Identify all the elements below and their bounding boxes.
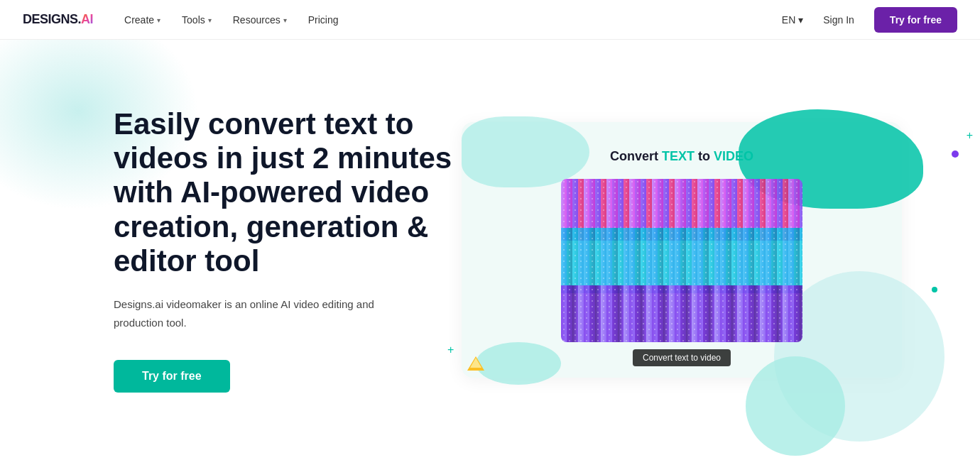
hero-cta-button[interactable]: Try for free [114,360,230,393]
hero-section: Easily convert text to videos in just 2 … [0,40,980,460]
chevron-icon: ▾ [283,16,287,24]
nav-pricing[interactable]: Pricing [300,9,347,31]
nav-tools[interactable]: Tools ▾ [173,9,220,31]
try-free-nav-button[interactable]: Try for free [874,7,957,33]
triangle-inner-decoration [470,358,481,368]
nav-create[interactable]: Create ▾ [116,9,169,31]
hero-headline: Easily convert text to videos in just 2 … [114,107,462,278]
convert-label: Convert TEXT to VIDEO [610,149,753,164]
blob-decoration [462,116,589,187]
plus-icon: + [967,129,973,142]
logo-text: DESIGNS. [23,12,81,27]
chevron-icon: ▾ [208,16,212,24]
hero-right: Convert TEXT to VIDEO Convert text to vi… [462,101,902,399]
logo-ai: AI [81,12,93,27]
nav-right: EN ▾ Sign In Try for free [782,7,957,33]
pixel-dots [561,179,802,342]
circle-decoration-medium [746,356,845,456]
plus-icon-bottom: + [447,344,454,356]
convert-bottom-label: Convert text to video [633,349,731,366]
blob-decoration-bottom [476,342,561,385]
dot-decoration-1 [952,150,959,158]
sign-in-link[interactable]: Sign In [815,9,863,31]
logo[interactable]: DESIGNS.AI [23,12,93,27]
chevron-icon: ▾ [798,14,803,26]
hero-left: Easily convert text to videos in just 2 … [114,107,462,393]
dot-decoration-2 [932,287,937,292]
nav-resources[interactable]: Resources ▾ [224,9,295,31]
nav-items: Create ▾ Tools ▾ Resources ▾ Pricing [116,9,782,31]
language-selector[interactable]: EN ▾ [782,14,803,26]
navbar: DESIGNS.AI Create ▾ Tools ▾ Resources ▾ … [0,0,980,40]
chevron-icon: ▾ [157,16,160,24]
pixel-art [561,179,802,342]
hero-subtext: Designs.ai videomaker is an online AI vi… [114,295,412,332]
